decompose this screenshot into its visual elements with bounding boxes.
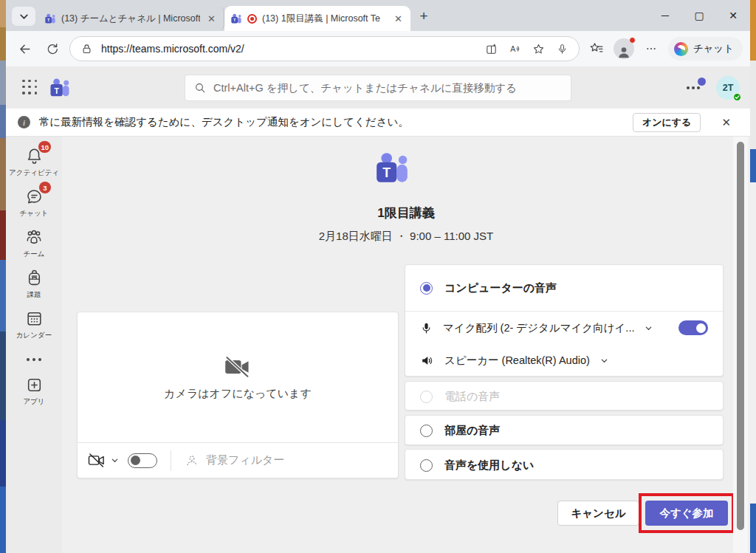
lock-icon[interactable]: [78, 40, 95, 58]
url-input[interactable]: [101, 43, 477, 55]
teams-logo-icon[interactable]: T: [49, 78, 71, 98]
person-icon: [616, 44, 631, 59]
svg-text:A: A: [510, 44, 515, 53]
app-launcher-waffle-icon[interactable]: [22, 80, 38, 96]
tab-title: (13) 1限目講義 | Microsoft Te: [262, 13, 387, 25]
back-button[interactable]: [13, 38, 35, 60]
window-controls: ─ ▢ ✕: [648, 0, 750, 31]
sidebar-item-label: チャット: [20, 209, 49, 219]
sidebar-item-label: カレンダー: [16, 331, 52, 340]
banner-close-icon[interactable]: ✕: [721, 116, 731, 129]
voice-search-mic-icon[interactable]: [554, 40, 571, 58]
sidebar-item-label: 課題: [27, 290, 41, 300]
meeting-prejoin-stage: T 1限目講義 2月18日水曜日 ・ 9:00 – 11:00 JST カメラは…: [62, 137, 750, 553]
background-filter-icon: [185, 453, 199, 468]
tab-teams-channels[interactable]: T (13) チームとチャネル | Microsoft Tea ✕: [38, 7, 224, 30]
no-audio-option[interactable]: 音声を使用しない: [405, 450, 723, 481]
add-app-icon: [25, 376, 44, 394]
browser-profile-avatar[interactable]: [614, 38, 634, 59]
sidebar-item-teams[interactable]: チーム: [6, 227, 62, 259]
avatar-initials: 2T: [723, 83, 734, 93]
sidebar-item-label: チーム: [24, 250, 45, 259]
close-window-button[interactable]: ✕: [716, 0, 750, 31]
favorite-star-icon[interactable]: [530, 40, 548, 58]
new-tab-button[interactable]: +: [413, 6, 434, 27]
read-aloud-icon[interactable]: A: [506, 40, 524, 58]
sidebar-item-assignments[interactable]: 課題: [6, 267, 62, 300]
divider: [171, 450, 171, 471]
speaker-device-label[interactable]: スピーカー (Realtek(R) Audio): [444, 354, 590, 368]
calendar-icon: [25, 309, 44, 328]
sidebar-item-apps[interactable]: アプリ: [6, 374, 62, 407]
cancel-button[interactable]: キャンセル: [557, 501, 639, 526]
copilot-chat-button[interactable]: チャット: [668, 37, 743, 61]
camera-toggle-switch[interactable]: [128, 453, 157, 468]
scrollbar-thumb[interactable]: [737, 142, 744, 530]
room-audio-label: 部屋の音声: [444, 424, 500, 438]
microphone-toggle-switch[interactable]: [678, 320, 708, 335]
profile-alert-dot: [629, 37, 636, 44]
tab-close-icon[interactable]: ✕: [392, 13, 405, 24]
browser-window: T (13) チームとチャネル | Microsoft Tea ✕ T (13)…: [6, 0, 750, 553]
sidebar-item-chat[interactable]: 3 チャット: [6, 186, 62, 219]
microphone-select-chevron-icon[interactable]: [645, 324, 653, 332]
presence-available-icon: [732, 92, 742, 102]
tab-close-icon[interactable]: ✕: [205, 13, 218, 24]
recording-indicator-icon: [247, 14, 257, 24]
teams-header: T 2T: [6, 66, 750, 109]
split-screen-icon[interactable]: [483, 40, 501, 58]
sidebar-item-calendar[interactable]: カレンダー: [6, 308, 62, 340]
refresh-button[interactable]: [41, 38, 63, 60]
refresh-icon: [46, 42, 59, 55]
teams-app-body: 10 アクティビティ 3 チャット チーム 課題: [6, 137, 750, 553]
computer-audio-option[interactable]: コンピューターの音声: [405, 265, 723, 311]
phone-audio-option: 電話の音声: [405, 382, 723, 411]
browser-more-menu[interactable]: [640, 38, 662, 60]
background-filter-label[interactable]: 背景フィルター: [206, 453, 284, 467]
camera-toggle-icon[interactable]: [88, 453, 106, 468]
no-audio-card: 音声を使用しない: [405, 449, 724, 480]
radio-selected-icon[interactable]: [420, 282, 433, 295]
copilot-label: チャット: [693, 42, 734, 55]
teams-profile-avatar[interactable]: 2T: [716, 76, 740, 100]
tab-meeting-active[interactable]: T (13) 1限目講義 | Microsoft Te ✕: [224, 6, 410, 31]
teams-more-options[interactable]: [687, 86, 703, 89]
camera-preview: カメラはオフになっています: [78, 312, 398, 442]
tab-title: (13) チームとチャネル | Microsoft Tea: [61, 13, 200, 25]
camera-options-chevron-icon[interactable]: [111, 456, 119, 464]
teams-search-bar[interactable]: [185, 75, 571, 101]
minimize-button[interactable]: ─: [648, 0, 682, 31]
back-arrow-icon: [18, 42, 32, 56]
microphone-device-label[interactable]: マイク配列 (2- デジタルマイク向けイ...: [443, 321, 634, 335]
speaker-select-chevron-icon[interactable]: [600, 357, 608, 365]
address-bar[interactable]: A: [69, 36, 580, 61]
copilot-icon: [674, 42, 688, 56]
teams-search-input[interactable]: [213, 82, 562, 94]
computer-audio-label: コンピューターの音声: [444, 281, 557, 295]
svg-text:T: T: [54, 86, 59, 95]
favorites-hub-icon[interactable]: [585, 38, 608, 60]
radio-unselected-icon[interactable]: [420, 425, 433, 437]
chevron-down-icon: [19, 12, 29, 21]
speaker-icon: [420, 354, 434, 368]
room-audio-option[interactable]: 部屋の音声: [405, 416, 723, 446]
backpack-icon: [25, 269, 44, 287]
join-now-button[interactable]: 今すぐ参加: [645, 501, 728, 526]
search-icon: [194, 82, 206, 94]
banner-message: 常に最新情報を確認するために、デスクトップ通知をオンにしてください。: [39, 115, 409, 129]
teams-favicon: T: [230, 13, 242, 24]
browser-toolbar: A チャット: [6, 31, 750, 66]
no-audio-label: 音声を使用しない: [444, 458, 534, 473]
phone-audio-label: 電話の音声: [444, 390, 500, 404]
tab-search-button[interactable]: [12, 7, 35, 26]
sidebar-item-activity[interactable]: 10 アクティビティ: [6, 145, 62, 178]
radio-disabled-icon: [420, 391, 433, 403]
svg-text:T: T: [47, 18, 50, 22]
maximize-button[interactable]: ▢: [682, 0, 716, 31]
meeting-title: 1限目講義: [62, 205, 750, 221]
sidebar-more-apps[interactable]: [27, 358, 41, 361]
teams-meeting-logo: T: [374, 151, 410, 188]
chat-badge: 3: [39, 182, 51, 193]
turn-on-notifications-button[interactable]: オンにする: [633, 113, 701, 132]
radio-unselected-icon[interactable]: [420, 459, 433, 472]
